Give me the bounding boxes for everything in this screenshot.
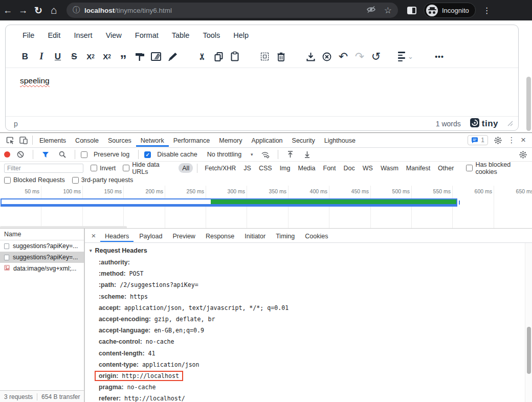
editor-text[interactable]: speeling xyxy=(20,76,50,85)
bookmark-star-icon[interactable]: ☆ xyxy=(384,5,392,16)
request-row-selected[interactable]: suggestions?apiKey=... xyxy=(0,252,84,263)
network-conditions-icon[interactable] xyxy=(259,148,272,161)
hide-data-urls-label[interactable]: Hide data URLs xyxy=(132,161,175,175)
devtools-settings-icon[interactable] xyxy=(491,134,504,146)
hide-data-urls-checkbox[interactable] xyxy=(123,165,129,171)
details-tab-headers[interactable]: Headers xyxy=(100,229,134,242)
blocked-requests-label[interactable]: Blocked Requests xyxy=(13,176,65,184)
save-button[interactable] xyxy=(302,49,319,65)
image-tools-button[interactable] xyxy=(148,49,164,65)
menu-view[interactable]: View xyxy=(100,29,127,42)
bold-button[interactable]: B xyxy=(17,49,33,65)
tab-memory[interactable]: Memory xyxy=(214,134,247,147)
details-tab-response[interactable]: Response xyxy=(201,229,239,242)
restore-draft-button[interactable]: ↺ xyxy=(368,49,384,65)
forward-icon[interactable]: → xyxy=(15,3,31,18)
filter-type-font[interactable]: Font xyxy=(320,163,339,173)
strikethrough-button[interactable]: S xyxy=(66,49,82,65)
third-party-requests-checkbox[interactable] xyxy=(72,177,79,184)
menu-help[interactable]: Help xyxy=(228,29,254,42)
third-party-requests-label[interactable]: 3rd-party requests xyxy=(81,176,133,184)
element-path[interactable]: p xyxy=(14,120,18,128)
import-har-icon[interactable] xyxy=(284,148,297,161)
disable-cache-checkbox[interactable]: ✓ xyxy=(144,151,151,158)
cut-button[interactable]: ✂ xyxy=(194,49,210,65)
filter-type-all[interactable]: All xyxy=(179,163,193,173)
filter-type-ws[interactable]: WS xyxy=(360,163,376,173)
details-scrollbar-thumb[interactable] xyxy=(527,327,531,374)
filter-type-manifest[interactable]: Manifest xyxy=(403,163,433,173)
blockquote-button[interactable]: ” xyxy=(115,49,131,65)
has-blocked-cookies-checkbox[interactable] xyxy=(466,165,473,171)
invert-label[interactable]: Invert xyxy=(100,165,116,172)
filter-type-css[interactable]: CSS xyxy=(256,163,275,173)
filter-type-media[interactable]: Media xyxy=(295,163,318,173)
select-all-button[interactable] xyxy=(256,49,273,65)
undo-button[interactable]: ↶ xyxy=(335,49,351,65)
device-toolbar-icon[interactable] xyxy=(17,134,30,146)
menu-tools[interactable]: Tools xyxy=(197,29,226,42)
filter-type-wasm[interactable]: Wasm xyxy=(378,163,402,173)
format-painter-button[interactable] xyxy=(131,49,148,65)
preserve-log-checkbox[interactable] xyxy=(81,151,87,158)
tab-network[interactable]: Network xyxy=(136,134,169,147)
filter-type-js[interactable]: JS xyxy=(240,163,254,173)
filter-type-other[interactable]: Other xyxy=(435,163,457,173)
inspect-element-icon[interactable] xyxy=(4,134,17,146)
search-icon[interactable] xyxy=(56,148,69,161)
tab-lighthouse[interactable]: Lighthouse xyxy=(320,134,360,147)
incognito-badge[interactable]: Incognito xyxy=(424,3,476,18)
request-row[interactable]: data:image/svg+xml;... xyxy=(0,263,84,274)
menu-insert[interactable]: Insert xyxy=(68,29,98,42)
clear-icon[interactable] xyxy=(14,148,27,161)
export-har-icon[interactable] xyxy=(301,148,314,161)
address-bar[interactable]: ⓘ localhost/tinymce/tiny6.html ☆ xyxy=(66,3,398,18)
details-tab-initiator[interactable]: Initiator xyxy=(240,229,270,242)
copy-button[interactable] xyxy=(210,49,227,65)
details-tab-cookies[interactable]: Cookies xyxy=(300,229,332,242)
details-close-icon[interactable]: × xyxy=(88,231,99,240)
word-count[interactable]: 1 words xyxy=(436,120,461,128)
permanent-pen-icon[interactable] xyxy=(164,49,181,65)
menu-table[interactable]: Table xyxy=(166,29,195,42)
tab-console[interactable]: Console xyxy=(71,134,103,147)
details-tab-preview[interactable]: Preview xyxy=(168,229,199,242)
more-toolbar-button[interactable]: ••• xyxy=(431,49,448,65)
browser-menu-icon[interactable]: ⋮ xyxy=(482,6,492,15)
has-blocked-cookies-label[interactable]: Has blocked cookies xyxy=(475,161,532,175)
subscript-button[interactable]: X2 xyxy=(82,49,99,65)
tab-elements[interactable]: Elements xyxy=(35,134,71,147)
issues-badge[interactable]: 1 xyxy=(468,135,488,145)
request-headers-section[interactable]: ▾ Request Headers xyxy=(90,247,147,254)
request-row[interactable]: suggestions?apiKey=... xyxy=(0,240,84,252)
preserve-log-label[interactable]: Preserve log xyxy=(94,151,129,158)
paste-button[interactable] xyxy=(227,49,243,65)
italic-button[interactable]: I xyxy=(33,49,50,65)
network-settings-icon[interactable] xyxy=(519,148,532,161)
network-overview-timeline[interactable]: 50 ms 100 ms 150 ms 200 ms 250 ms 300 ms… xyxy=(0,186,532,229)
details-tab-timing[interactable]: Timing xyxy=(271,229,299,242)
resize-handle-icon[interactable] xyxy=(507,119,513,128)
side-panel-icon[interactable] xyxy=(407,7,416,14)
tiny-branding[interactable]: tiny xyxy=(470,118,498,129)
name-column-header[interactable]: Name xyxy=(0,229,84,240)
filter-type-doc[interactable]: Doc xyxy=(341,163,358,173)
back-icon[interactable]: ← xyxy=(0,3,15,18)
delete-button[interactable] xyxy=(273,49,289,65)
throttling-select[interactable]: No throttling ▾ xyxy=(207,151,253,158)
menu-format[interactable]: Format xyxy=(129,29,164,42)
page-scrollbar[interactable] xyxy=(526,77,531,131)
devtools-close-icon[interactable]: × xyxy=(519,135,528,145)
disable-cache-label[interactable]: Disable cache xyxy=(157,151,197,158)
invert-checkbox[interactable] xyxy=(91,165,97,171)
filter-type-fetchxhr[interactable]: Fetch/XHR xyxy=(202,163,239,173)
menu-edit[interactable]: Edit xyxy=(42,29,66,42)
redo-button[interactable]: ↷ xyxy=(351,49,368,65)
details-tab-payload[interactable]: Payload xyxy=(135,229,167,242)
reload-icon[interactable]: ↻ xyxy=(31,3,46,18)
tab-application[interactable]: Application xyxy=(247,134,287,147)
site-info-icon[interactable]: ⓘ xyxy=(73,6,80,15)
blocked-requests-checkbox[interactable] xyxy=(4,177,11,184)
devtools-menu-icon[interactable]: ⋮ xyxy=(507,136,516,145)
filter-type-img[interactable]: Img xyxy=(277,163,294,173)
